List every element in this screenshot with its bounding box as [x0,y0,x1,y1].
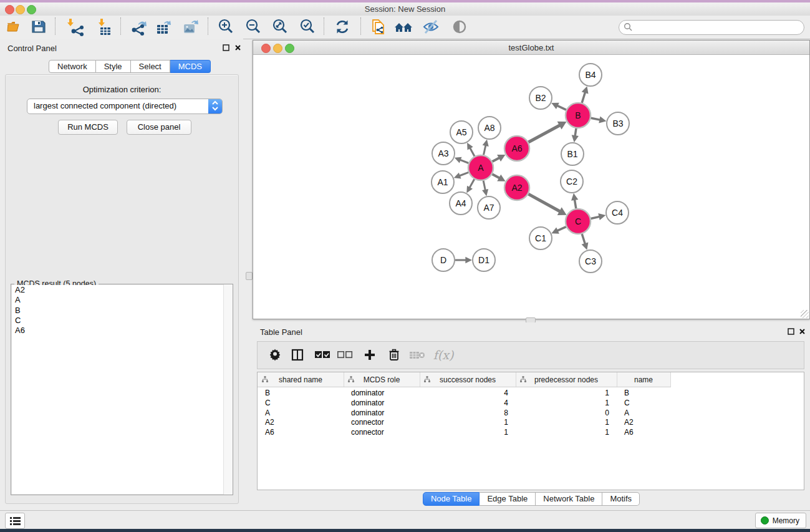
export-network-icon[interactable] [128,17,150,37]
close-panel-button[interactable]: Close panel [127,120,191,135]
first-neighbors-icon[interactable] [392,17,415,37]
hide-selected-icon[interactable] [420,17,442,37]
graph-node-B[interactable]: B [566,103,591,128]
table-cell[interactable]: A [624,409,674,418]
delete-table-icon[interactable] [407,346,427,364]
table-cell[interactable]: A6 [265,428,340,438]
graph-node-A3[interactable]: A3 [432,142,455,165]
graphics-details-icon[interactable] [448,17,471,37]
table-cell[interactable]: C [265,399,340,409]
graph-node-A[interactable]: A [468,155,493,180]
table-cell[interactable]: 8 [420,409,508,418]
table-cell[interactable]: B [624,389,674,399]
column-header-successor-nodes[interactable]: successor nodes [420,372,516,387]
run-mcds-button[interactable]: Run MCDS [58,120,118,135]
table-cell[interactable]: dominator [351,409,420,418]
delete-column-icon[interactable] [384,346,404,364]
float-table-panel-icon[interactable] [788,328,794,335]
tab-style[interactable]: Style [96,60,131,73]
deselect-all-icon[interactable] [335,346,355,364]
table-cell[interactable]: dominator [351,389,420,399]
vertical-split-handle[interactable] [246,272,253,280]
zoom-out-icon[interactable] [242,17,264,37]
graph-edge-A-A2[interactable] [492,174,500,178]
select-all-icon[interactable] [312,346,332,364]
tab-mcds[interactable]: MCDS [170,60,211,73]
graph-node-C2[interactable]: C2 [561,170,583,193]
import-table-icon[interactable] [93,17,115,37]
mcds-result-item[interactable]: A6 [12,326,232,336]
graph-node-A1[interactable]: A1 [432,171,454,193]
network-canvas[interactable]: B4B2BB3A8A5A6B1A3AA1C2A2A4A7C4CC1DD1C3 [253,54,808,317]
table-cell[interactable]: 1 [516,428,609,438]
graph-node-C4[interactable]: C4 [606,201,629,224]
tab-network-table[interactable]: Network Table [536,492,602,506]
table-cell[interactable]: connector [351,428,420,438]
table-cell[interactable]: dominator [351,399,420,409]
graph-edge-A-A8[interactable] [483,145,486,155]
table-row[interactable]: Cdominator41C [258,399,804,409]
table-cell[interactable]: 1 [516,418,609,428]
column-header-predecessor-nodes[interactable]: predecessor nodes [516,372,617,387]
graph-node-D[interactable]: D [432,249,455,271]
column-header-mcds-role[interactable]: MCDS role [344,372,420,387]
tab-motifs[interactable]: Motifs [602,492,640,506]
graph-edge-A-A6[interactable] [493,158,500,162]
open-session-icon[interactable] [3,17,26,37]
table-cell[interactable]: 1 [516,399,609,409]
table-cell[interactable]: 1 [516,389,609,399]
graph-node-A5[interactable]: A5 [450,121,473,143]
graph-node-B4[interactable]: B4 [579,64,602,86]
graph-node-A6[interactable]: A6 [504,136,529,161]
graph-node-D1[interactable]: D1 [473,249,495,271]
graph-edge-B-B2[interactable] [557,105,566,110]
export-table-icon[interactable] [153,17,175,37]
table-cell[interactable]: 4 [420,389,508,399]
mcds-result-item[interactable]: A2 [12,285,232,295]
table-row[interactable]: A2connector11A2 [258,418,804,428]
graph-node-A4[interactable]: A4 [450,192,472,215]
criterion-dropdown[interactable]: largest connected component (directed) [27,99,223,114]
table-cell[interactable]: connector [351,418,420,428]
graph-node-C[interactable]: C [566,209,591,234]
zoom-fit-icon[interactable] [269,17,291,37]
search-input[interactable] [635,21,800,34]
show-column-icon[interactable] [287,346,307,364]
save-session-icon[interactable] [27,17,50,37]
graph-node-C3[interactable]: C3 [579,250,602,273]
mcds-list-scrollbar[interactable] [223,284,233,495]
graph-edge-B-B4[interactable] [582,92,586,103]
table-row[interactable]: Adominator80A [258,409,804,418]
table-row[interactable]: Bdominator41B [258,389,804,399]
table-cell[interactable]: A2 [265,418,340,428]
table-cell[interactable]: A6 [624,428,674,438]
zoom-selected-icon[interactable] [296,17,319,37]
graph-node-A7[interactable]: A7 [478,196,500,219]
table-cell[interactable]: 1 [420,428,508,438]
graph-edge-A6-B[interactable] [528,125,560,142]
table-cell[interactable]: C [624,399,674,409]
graph-edge-A-A3[interactable] [460,160,469,163]
mcds-result-item[interactable]: A [12,295,232,305]
graph-edge-C-C2[interactable] [574,199,576,208]
graph-edge-A-A4[interactable] [470,179,475,188]
table-cell[interactable]: A2 [624,418,674,428]
graph-edge-A-A7[interactable] [483,181,485,191]
graph-node-B2[interactable]: B2 [529,87,552,109]
graph-edge-C-C3[interactable] [582,234,585,244]
table-cell[interactable]: 0 [516,409,609,418]
table-row[interactable]: A6connector11A6 [258,428,804,438]
export-image-icon[interactable] [180,17,202,37]
graph-node-B3[interactable]: B3 [607,112,629,135]
mcds-result-item[interactable]: C [12,316,232,326]
import-network-icon[interactable] [64,17,87,37]
table-cell[interactable]: 1 [420,418,508,428]
graph-edge-A2-C[interactable] [528,194,561,211]
graph-edge-C-C4[interactable] [591,216,600,218]
settings-gear-icon[interactable] [265,346,285,364]
clone-network-icon[interactable] [367,17,390,37]
task-history-button[interactable] [5,513,25,529]
float-panel-icon[interactable] [223,44,229,51]
refresh-view-icon[interactable] [331,17,354,37]
close-table-panel-icon[interactable] [799,328,806,335]
